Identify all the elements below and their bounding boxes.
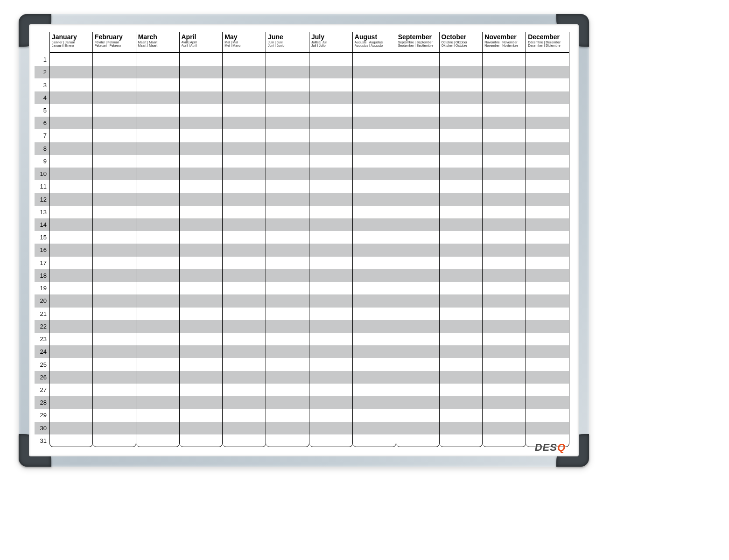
planner-cell bbox=[309, 396, 353, 409]
planner-cell bbox=[49, 333, 93, 345]
planner-cell bbox=[49, 396, 93, 409]
planner-cell bbox=[440, 180, 483, 193]
planner-cell bbox=[396, 294, 440, 307]
planner-cell bbox=[49, 104, 93, 117]
planner-cell bbox=[440, 142, 483, 155]
planner-cell bbox=[223, 206, 266, 218]
planner-cell bbox=[136, 358, 180, 371]
planner-cell bbox=[483, 66, 526, 78]
planner-cell bbox=[136, 244, 180, 256]
planner-cell bbox=[526, 282, 569, 294]
planner-cell bbox=[49, 155, 93, 168]
planner-cell bbox=[93, 206, 136, 218]
month-trans-1: Juin | Juni bbox=[268, 41, 307, 44]
day-number: 13 bbox=[35, 206, 49, 218]
planner-cell bbox=[136, 206, 180, 218]
planner-cell bbox=[93, 434, 136, 447]
planner-cell bbox=[483, 104, 526, 117]
month-header-april: AprilAvril | AprilApril | Abril bbox=[180, 32, 223, 53]
planner-cell bbox=[223, 345, 266, 358]
planner-cell bbox=[483, 180, 526, 193]
planner-cell bbox=[93, 308, 136, 320]
planner-cell bbox=[136, 142, 180, 155]
planner-cell bbox=[526, 91, 569, 104]
planner-cell bbox=[526, 320, 569, 333]
planner-cell bbox=[266, 231, 309, 244]
planner-cell bbox=[180, 257, 223, 269]
planner-cell bbox=[93, 320, 136, 333]
planner-cell bbox=[526, 257, 569, 269]
planner-cell bbox=[266, 168, 309, 180]
planner-cell bbox=[223, 180, 266, 193]
planner-cell bbox=[49, 257, 93, 269]
planner-cell bbox=[309, 358, 353, 371]
day-number: 28 bbox=[35, 396, 49, 409]
planner-cell bbox=[136, 384, 180, 396]
planner-cell bbox=[440, 117, 483, 129]
planner-cell bbox=[49, 269, 93, 282]
planner-cell bbox=[49, 206, 93, 218]
planner-cell bbox=[93, 231, 136, 244]
planner-cell bbox=[93, 384, 136, 396]
day-number: 12 bbox=[35, 193, 49, 205]
planner-cell bbox=[440, 371, 483, 384]
planner-cell bbox=[353, 142, 396, 155]
planner-cell bbox=[180, 320, 223, 333]
planner-cell bbox=[136, 434, 180, 447]
planner-cell bbox=[309, 422, 353, 434]
planner-cell bbox=[526, 409, 569, 421]
planner-cell bbox=[223, 66, 266, 78]
planner-cell bbox=[223, 282, 266, 294]
month-trans-1: Décembre | Dezember bbox=[528, 41, 567, 44]
planner-cell bbox=[526, 78, 569, 91]
planner-cell bbox=[309, 91, 353, 104]
planner-cell bbox=[266, 257, 309, 269]
planner-cell bbox=[49, 244, 93, 256]
planner-cell bbox=[180, 422, 223, 434]
planner-cell bbox=[483, 358, 526, 371]
planner-cell bbox=[309, 333, 353, 345]
month-trans-2: Maart | Maart bbox=[138, 44, 177, 47]
planner-cell bbox=[396, 244, 440, 256]
planner-cell bbox=[93, 257, 136, 269]
planner-cell bbox=[266, 129, 309, 142]
planner-cell bbox=[49, 371, 93, 384]
planner-cell bbox=[483, 320, 526, 333]
planner-cell bbox=[309, 168, 353, 180]
planner-cell bbox=[309, 282, 353, 294]
planner-cell bbox=[49, 180, 93, 193]
month-header-may: MayMai | MaiMei | Mayo bbox=[223, 32, 266, 53]
planner-cell bbox=[396, 180, 440, 193]
planner-cell bbox=[309, 384, 353, 396]
planner-cell bbox=[136, 218, 180, 231]
planner-cell bbox=[440, 422, 483, 434]
month-trans-1: Maart | Maart bbox=[138, 41, 177, 44]
planner-cell bbox=[309, 78, 353, 91]
planner-cell bbox=[396, 78, 440, 91]
planner-cell bbox=[93, 129, 136, 142]
planner-cell bbox=[396, 53, 440, 66]
planner-cell bbox=[49, 91, 93, 104]
planner-cell bbox=[49, 345, 93, 358]
planner-cell bbox=[526, 358, 569, 371]
planner-cell bbox=[49, 78, 93, 91]
month-header-march: MarchMaart | MaartMaart | Maart bbox=[136, 32, 180, 53]
planner-cell bbox=[483, 282, 526, 294]
planner-cell bbox=[353, 333, 396, 345]
header-blank bbox=[35, 32, 49, 53]
planner-cell bbox=[526, 371, 569, 384]
planner-cell bbox=[93, 409, 136, 421]
month-trans-2: Juni | Junio bbox=[268, 44, 307, 47]
planner-cell bbox=[49, 66, 93, 78]
planner-cell bbox=[136, 396, 180, 409]
planner-cell bbox=[440, 168, 483, 180]
planner-cell bbox=[93, 371, 136, 384]
month-name: April bbox=[182, 34, 221, 41]
planner-cell bbox=[483, 78, 526, 91]
planner-cell bbox=[266, 53, 309, 66]
planner-cell bbox=[136, 66, 180, 78]
planner-cell bbox=[223, 257, 266, 269]
planner-cell bbox=[353, 168, 396, 180]
planner-cell bbox=[49, 53, 93, 66]
planner-cell bbox=[483, 371, 526, 384]
